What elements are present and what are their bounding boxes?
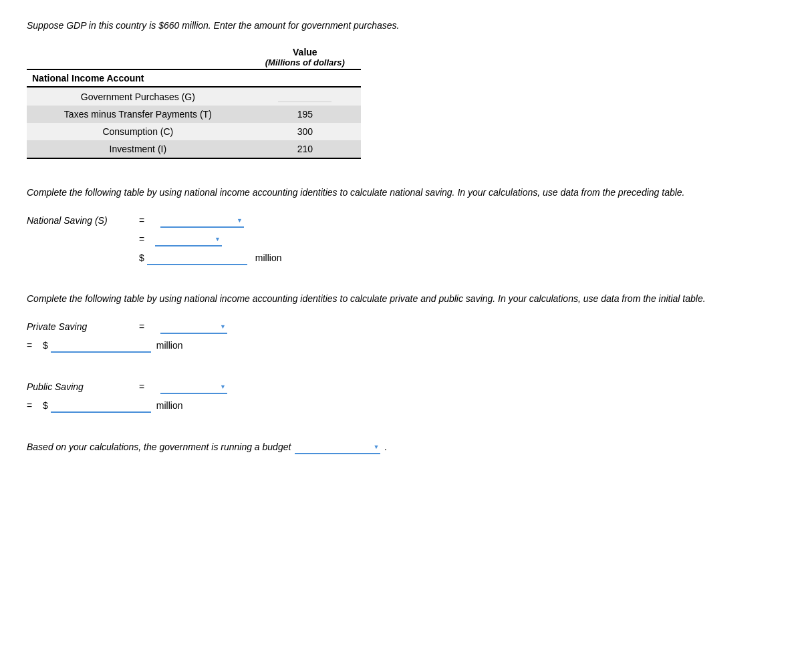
value-header-sub: (Millions of dollars)	[249, 57, 361, 67]
private-equals-1: =	[139, 321, 150, 332]
national-saving-label: National Saving (S)	[27, 215, 134, 226]
budget-row: Based on your calculations, the governme…	[27, 440, 775, 454]
row-value-1: 195	[249, 106, 361, 123]
private-saving-dropdown-wrapper[interactable]: Y - T - C Y - C - G T - G	[160, 319, 227, 334]
budget-dropdown-wrapper[interactable]: surplus deficit balanced budget	[295, 440, 380, 454]
private-saving-label: Private Saving	[27, 321, 134, 332]
private-saving-intro: Complete the following table by using na…	[27, 292, 775, 306]
row-account-0: Government Purchases (G)	[27, 87, 249, 106]
table-row: Investment (I) 210	[27, 140, 361, 158]
million-label-ns: million	[255, 253, 282, 263]
million-label-ps: million	[156, 340, 183, 351]
national-saving-dropdown-2-wrapper[interactable]: 155 165	[155, 232, 222, 246]
row-value-0[interactable]	[249, 87, 361, 106]
national-saving-section: National Saving (S) = Y - C - G Y - T - …	[27, 213, 775, 265]
value-col-header	[249, 69, 361, 87]
national-saving-dollar-input[interactable]	[147, 250, 247, 265]
table-row: Consumption (C) 300	[27, 123, 361, 140]
million-label-pub: million	[156, 400, 183, 411]
equals-1: =	[139, 215, 150, 226]
intro-text: Suppose GDP in this country is $660 mill…	[27, 20, 775, 31]
budget-text-after: .	[384, 442, 387, 452]
national-saving-dropdown-1-wrapper[interactable]: Y - C - G Y - T - C + T - G C + I + G	[160, 213, 244, 228]
national-saving-intro: Complete the following table by using na…	[27, 186, 775, 200]
public-saving-section: Public Saving = T - G Y - T - C Y - C - …	[27, 379, 775, 413]
row-account-2: Consumption (C)	[27, 123, 249, 140]
private-saving-dropdown[interactable]: Y - T - C Y - C - G T - G	[160, 319, 227, 334]
public-equals-2: =	[27, 400, 37, 411]
public-saving-dropdown-wrapper[interactable]: T - G Y - T - C Y - C - G	[160, 379, 227, 394]
gdp-table: Value (Millions of dollars) National Inc…	[27, 47, 361, 159]
value-header-main: Value	[249, 47, 361, 57]
national-saving-dropdown-1[interactable]: Y - C - G Y - T - C + T - G C + I + G	[160, 213, 244, 228]
dollar-sign-ns: $	[139, 253, 144, 263]
gov-purchases-input[interactable]	[278, 91, 331, 102]
private-saving-dollar-input[interactable]	[51, 338, 151, 353]
public-saving-label: Public Saving	[27, 381, 134, 392]
public-saving-dropdown[interactable]: T - G Y - T - C Y - C - G	[160, 379, 227, 394]
dollar-sign-pub: $	[43, 400, 48, 411]
row-account-1: Taxes minus Transfer Payments (T)	[27, 106, 249, 123]
table-row: Government Purchases (G)	[27, 87, 361, 106]
table-row: Taxes minus Transfer Payments (T) 195	[27, 106, 361, 123]
budget-dropdown[interactable]: surplus deficit balanced budget	[295, 440, 380, 454]
public-saving-dollar-input[interactable]	[51, 398, 151, 413]
row-value-2: 300	[249, 123, 361, 140]
dollar-sign-ps: $	[43, 340, 48, 351]
account-col-header: National Income Account	[27, 69, 249, 87]
public-equals-1: =	[139, 381, 150, 392]
private-equals-2: =	[27, 340, 37, 351]
national-saving-dropdown-2[interactable]: 155 165	[155, 232, 222, 246]
private-saving-section: Private Saving = Y - T - C Y - C - G T -…	[27, 319, 775, 353]
row-value-3: 210	[249, 140, 361, 158]
equals-2: =	[139, 234, 150, 244]
budget-text-before: Based on your calculations, the governme…	[27, 442, 291, 452]
row-account-3: Investment (I)	[27, 140, 249, 158]
